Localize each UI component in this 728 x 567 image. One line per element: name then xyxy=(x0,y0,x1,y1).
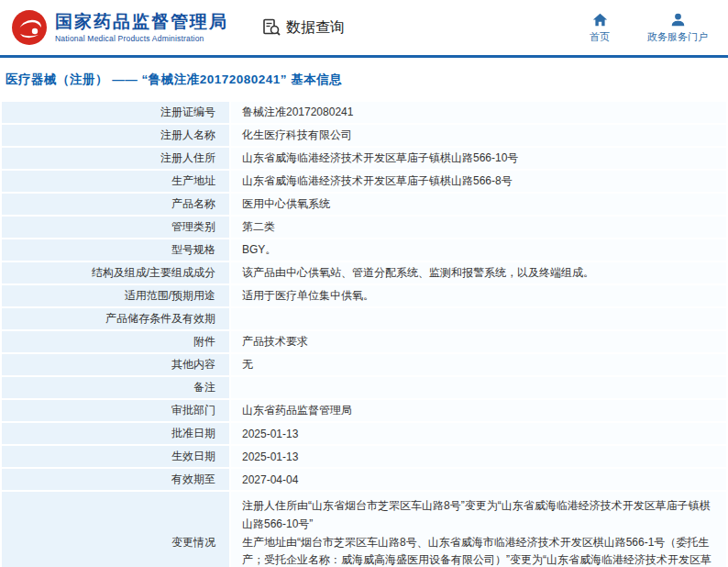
nmpa-emblem-icon xyxy=(11,9,48,46)
table-row: 批准日期 2025-01-13 xyxy=(2,423,726,444)
page: 国家药品监督管理局 National Medical Products Admi… xyxy=(0,0,728,567)
user-icon xyxy=(670,12,686,28)
row-label: 产品储存条件及有效期 xyxy=(2,308,229,329)
row-label: 结构及组成/主要组成成分 xyxy=(2,262,229,284)
row-label: 变更情况 xyxy=(2,492,229,567)
table-row: 产品名称 医用中心供氧系统 xyxy=(2,194,726,215)
row-value: BGY。 xyxy=(231,239,726,261)
nav-home[interactable]: 首页 xyxy=(579,12,620,44)
row-value: 该产品由中心供氧站、管道分配系统、监测和报警系统，以及终端组成。 xyxy=(231,262,726,284)
row-label: 注册证编号 xyxy=(2,102,229,123)
row-value xyxy=(231,308,726,329)
row-label: 备注 xyxy=(2,377,229,398)
table-row: 适用范围/预期用途 适用于医疗单位集中供氧。 xyxy=(2,285,726,306)
data-query-tab[interactable]: 数据查询 xyxy=(261,17,345,38)
info-rows: 注册证编号 鲁械注准20172080241 注册人名称 化生医疗科技有限公司 注… xyxy=(2,102,726,567)
table-row: 备注 xyxy=(2,377,726,398)
row-value: 无 xyxy=(231,354,726,375)
row-label: 型号规格 xyxy=(2,239,229,261)
info-table: 注册证编号 鲁械注准20172080241 注册人名称 化生医疗科技有限公司 注… xyxy=(0,100,728,567)
nmpa-logo: 国家药品监督管理局 National Medical Products Admi… xyxy=(11,9,228,46)
row-value: 化生医疗科技有限公司 xyxy=(231,125,726,146)
table-row: 生产地址 山东省威海临港经济技术开发区草庙子镇棋山路566-8号 xyxy=(2,171,726,192)
nav-home-label: 首页 xyxy=(590,30,610,44)
row-label: 其他内容 xyxy=(2,354,229,375)
row-value: 2025-01-13 xyxy=(231,446,726,467)
row-value: 第二类 xyxy=(231,217,726,238)
row-value: 产品技术要求 xyxy=(231,331,726,352)
table-row: 注册人名称 化生医疗科技有限公司 xyxy=(2,125,726,146)
row-label: 注册人名称 xyxy=(2,125,229,146)
org-name-en: National Medical Products Administration xyxy=(55,34,228,43)
table-row: 管理类别 第二类 xyxy=(2,217,726,238)
row-value: 山东省药品监督管理局 xyxy=(231,400,726,421)
row-value: 注册人住所由“山东省烟台市芝罘区车山路8号”变更为“山东省威海临港经济技术开发区… xyxy=(231,492,726,567)
nav-portal[interactable]: 政务服务门户 xyxy=(647,12,708,44)
site-header: 国家药品监督管理局 National Medical Products Admi… xyxy=(0,0,728,55)
table-row: 其他内容 无 xyxy=(2,354,726,375)
table-row: 有效期至 2027-04-04 xyxy=(2,469,726,490)
row-value xyxy=(231,377,726,398)
data-query-label: 数据查询 xyxy=(286,18,345,38)
table-row: 产品储存条件及有效期 xyxy=(2,308,726,329)
row-label: 审批部门 xyxy=(2,400,229,421)
row-value: 2027-04-04 xyxy=(231,469,726,490)
org-name-cn: 国家药品监督管理局 xyxy=(55,12,228,32)
row-label: 适用范围/预期用途 xyxy=(2,285,229,306)
row-label: 注册人住所 xyxy=(2,148,229,169)
row-label: 有效期至 xyxy=(2,469,229,490)
table-row: 结构及组成/主要组成成分 该产品由中心供氧站、管道分配系统、监测和报警系统，以及… xyxy=(2,262,726,284)
page-title: 医疗器械（注册） —— “鲁械注准20172080241” 基本信息 xyxy=(0,58,728,100)
data-query-icon xyxy=(261,17,281,38)
table-row: 附件 产品技术要求 xyxy=(2,331,726,352)
table-row: 变更情况 注册人住所由“山东省烟台市芝罘区车山路8号”变更为“山东省威海临港经济… xyxy=(2,492,726,567)
row-label: 管理类别 xyxy=(2,217,229,238)
table-row: 生效日期 2025-01-13 xyxy=(2,446,726,467)
row-value: 山东省威海临港经济技术开发区草庙子镇棋山路566-8号 xyxy=(231,171,726,192)
row-label: 批准日期 xyxy=(2,423,229,444)
row-value: 山东省威海临港经济技术开发区草庙子镇棋山路566-10号 xyxy=(231,148,726,169)
row-value: 医用中心供氧系统 xyxy=(231,194,726,215)
table-row: 注册证编号 鲁械注准20172080241 xyxy=(2,102,726,123)
row-value: 鲁械注准20172080241 xyxy=(231,102,726,123)
table-row: 注册人住所 山东省威海临港经济技术开发区草庙子镇棋山路566-10号 xyxy=(2,148,726,169)
row-label: 附件 xyxy=(2,331,229,352)
row-value: 适用于医疗单位集中供氧。 xyxy=(231,285,726,306)
row-label: 生效日期 xyxy=(2,446,229,467)
row-label: 生产地址 xyxy=(2,171,229,192)
table-row: 型号规格 BGY。 xyxy=(2,239,726,261)
nav-portal-label: 政务服务门户 xyxy=(647,30,708,44)
home-icon xyxy=(592,12,608,28)
brand-text: 国家药品监督管理局 National Medical Products Admi… xyxy=(55,12,228,43)
table-row: 审批部门 山东省药品监督管理局 xyxy=(2,400,726,421)
row-label: 产品名称 xyxy=(2,194,229,215)
row-value: 2025-01-13 xyxy=(231,423,726,444)
